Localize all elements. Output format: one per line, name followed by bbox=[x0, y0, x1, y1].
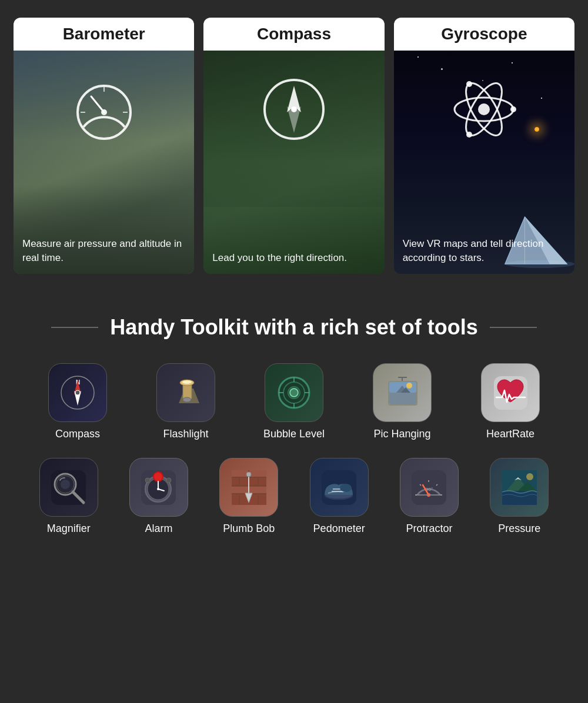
tool-plumb[interactable]: Plumb Bob bbox=[204, 458, 294, 535]
barometer-image: Measure air pressure and altitude in rea… bbox=[14, 51, 194, 274]
protractor-app-label: Protractor bbox=[406, 523, 452, 535]
svg-point-57 bbox=[145, 478, 150, 483]
protractor-app-icon: 90° bbox=[400, 458, 459, 517]
heartrate-app-icon bbox=[481, 363, 540, 422]
svg-point-2 bbox=[101, 109, 107, 115]
compass-card[interactable]: Compass Lead you to the right direction. bbox=[203, 18, 384, 274]
svg-point-19 bbox=[466, 81, 472, 87]
svg-line-1 bbox=[91, 96, 104, 112]
tool-compass[interactable]: N Compass bbox=[31, 363, 125, 440]
tool-magnifier[interactable]: Magnifier bbox=[24, 458, 113, 535]
gyroscope-title-bar: Gyroscope bbox=[394, 18, 574, 51]
svg-point-28 bbox=[182, 380, 192, 384]
heartrate-app-label: HeartRate bbox=[486, 428, 534, 440]
pedometer-app-icon bbox=[310, 458, 369, 517]
cards-section: Barometer Measure air press bbox=[0, 0, 588, 292]
gyroscope-title: Gyroscope bbox=[441, 25, 527, 43]
svg-point-78 bbox=[246, 472, 251, 477]
svg-point-58 bbox=[166, 478, 171, 483]
compass-app-icon: N bbox=[48, 363, 107, 422]
tool-flashlight[interactable]: Flashlight bbox=[139, 363, 233, 440]
compass-icon bbox=[259, 74, 329, 147]
svg-point-33 bbox=[290, 389, 298, 397]
pressure-app-label: Pressure bbox=[498, 523, 540, 535]
tool-pressure[interactable]: Pressure bbox=[475, 458, 564, 535]
toolkit-section: Handy Toolkit with a rich set of tools N bbox=[0, 292, 588, 558]
heading-line-left bbox=[51, 327, 98, 328]
svg-point-9 bbox=[291, 106, 297, 112]
compass-title-bar: Compass bbox=[203, 18, 384, 51]
pressure-app-icon bbox=[490, 458, 549, 517]
svg-point-56 bbox=[153, 472, 163, 481]
svg-point-20 bbox=[466, 132, 472, 138]
tool-row-2: Magnifier bbox=[24, 458, 564, 535]
magnifier-app-label: Magnifier bbox=[47, 523, 91, 535]
plumb-app-icon bbox=[219, 458, 278, 517]
svg-point-14 bbox=[478, 103, 490, 115]
barometer-description: Measure air pressure and altitude in rea… bbox=[14, 228, 194, 274]
tool-pichang[interactable]: Pic Hanging bbox=[355, 363, 449, 440]
plumb-app-label: Plumb Bob bbox=[223, 523, 275, 535]
tool-heartrate[interactable]: HeartRate bbox=[463, 363, 557, 440]
gyroscope-icon bbox=[449, 74, 519, 147]
gyroscope-card[interactable]: Gyroscope bbox=[394, 18, 574, 274]
gyroscope-description: View VR maps and tell direction accordin… bbox=[394, 228, 574, 274]
flashlight-app-label: Flashlight bbox=[163, 428, 208, 440]
barometer-title-bar: Barometer bbox=[14, 18, 194, 51]
bubble-app-label: Bubble Level bbox=[263, 428, 325, 440]
svg-point-61 bbox=[157, 488, 159, 490]
barometer-icon bbox=[69, 74, 139, 147]
barometer-card[interactable]: Barometer Measure air press bbox=[14, 18, 194, 274]
barometer-title: Barometer bbox=[63, 25, 145, 43]
magnifier-app-icon bbox=[39, 458, 98, 517]
tool-protractor[interactable]: 90° Protractor bbox=[384, 458, 474, 535]
bubble-app-icon bbox=[265, 363, 323, 422]
compass-description: Lead you to the right direction. bbox=[203, 242, 384, 274]
compass-title: Compass bbox=[257, 25, 331, 43]
svg-point-18 bbox=[510, 106, 516, 112]
svg-point-29 bbox=[183, 397, 191, 402]
alarm-app-label: Alarm bbox=[145, 523, 172, 535]
tool-alarm[interactable]: Alarm bbox=[113, 458, 203, 535]
pichang-app-icon bbox=[373, 363, 432, 422]
pichang-app-label: Pic Hanging bbox=[373, 428, 430, 440]
compass-image: Lead you to the right direction. bbox=[203, 51, 384, 274]
tool-bubble[interactable]: Bubble Level bbox=[247, 363, 341, 440]
svg-point-44 bbox=[406, 383, 412, 389]
toolkit-title: Handy Toolkit with a rich set of tools bbox=[110, 315, 477, 340]
pedometer-app-label: Pedometer bbox=[313, 523, 365, 535]
tool-row-1: N Compass bbox=[24, 363, 564, 440]
tool-grid: N Compass bbox=[12, 363, 576, 535]
svg-point-100 bbox=[526, 473, 533, 480]
gyroscope-image: View VR maps and tell direction accordin… bbox=[394, 51, 574, 274]
tool-pedometer[interactable]: Pedometer bbox=[294, 458, 384, 535]
svg-point-83 bbox=[340, 484, 352, 492]
compass-app-label: Compass bbox=[55, 428, 100, 440]
svg-point-52 bbox=[61, 480, 70, 489]
heading-line-right bbox=[490, 327, 537, 328]
svg-point-25 bbox=[75, 390, 80, 395]
alarm-app-icon bbox=[129, 458, 188, 517]
toolkit-heading: Handy Toolkit with a rich set of tools bbox=[12, 315, 576, 340]
flashlight-app-icon bbox=[156, 363, 215, 422]
